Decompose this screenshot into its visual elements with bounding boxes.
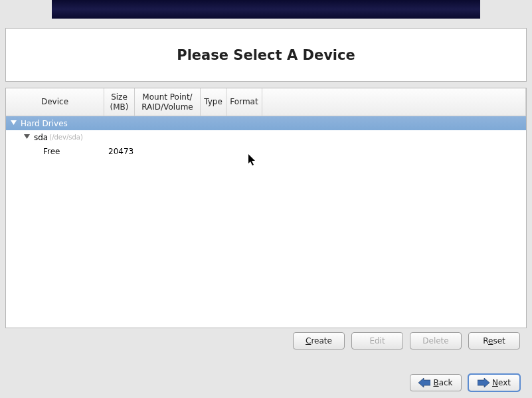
tree-free-label: Free	[6, 147, 104, 156]
device-tree-panel: Device Size (MB) Mount Point/ RAID/Volum…	[5, 88, 527, 328]
tree-free-size: 20473	[104, 147, 135, 156]
column-header-format[interactable]: Format	[226, 88, 262, 116]
tree-group-label: Hard Drives	[18, 119, 116, 128]
svg-marker-1	[24, 134, 30, 139]
mnemonic-b: B	[433, 378, 438, 387]
column-header-size[interactable]: Size (MB)	[104, 88, 135, 116]
mnemonic-e: e	[488, 336, 493, 346]
tree-group-hard-drives[interactable]: Hard Drives	[6, 116, 526, 130]
device-tree-header: Device Size (MB) Mount Point/ RAID/Volum…	[6, 88, 526, 116]
expander-icon[interactable]	[22, 134, 31, 140]
svg-marker-0	[11, 120, 17, 125]
expander-icon[interactable]	[9, 120, 18, 126]
partition-action-row: Create Edit Delete Reset	[5, 332, 527, 351]
column-header-spacer	[262, 88, 526, 116]
svg-marker-2	[418, 378, 430, 387]
tree-free-space[interactable]: Free 20473	[6, 144, 526, 158]
delete-button: Delete	[410, 332, 462, 349]
create-button[interactable]: Create	[293, 332, 345, 349]
next-button[interactable]: Next	[468, 374, 520, 391]
installer-banner	[52, 0, 480, 19]
edit-button: Edit	[351, 332, 403, 349]
create-button-rest: reate	[311, 336, 332, 346]
column-header-device[interactable]: Device	[6, 88, 104, 116]
mnemonic-n: N	[492, 378, 498, 387]
column-header-mount[interactable]: Mount Point/ RAID/Volume	[135, 88, 201, 116]
svg-marker-3	[478, 378, 489, 387]
reset-button[interactable]: Reset	[468, 332, 520, 349]
arrow-right-icon	[478, 378, 489, 387]
device-tree-body[interactable]: Hard Drives sda (/dev/sda) Free 20473	[6, 116, 526, 158]
tree-disk-devpath: (/dev/sda)	[49, 134, 83, 141]
arrow-left-icon	[418, 378, 430, 387]
nav-row: Back Next	[410, 374, 520, 391]
column-header-type[interactable]: Type	[201, 88, 226, 116]
page-title: Please Select A Device	[177, 47, 355, 63]
back-button[interactable]: Back	[410, 374, 462, 391]
title-panel: Please Select A Device	[5, 28, 527, 82]
tree-disk-name: sda	[31, 133, 48, 142]
tree-disk-sda[interactable]: sda (/dev/sda)	[6, 130, 526, 144]
